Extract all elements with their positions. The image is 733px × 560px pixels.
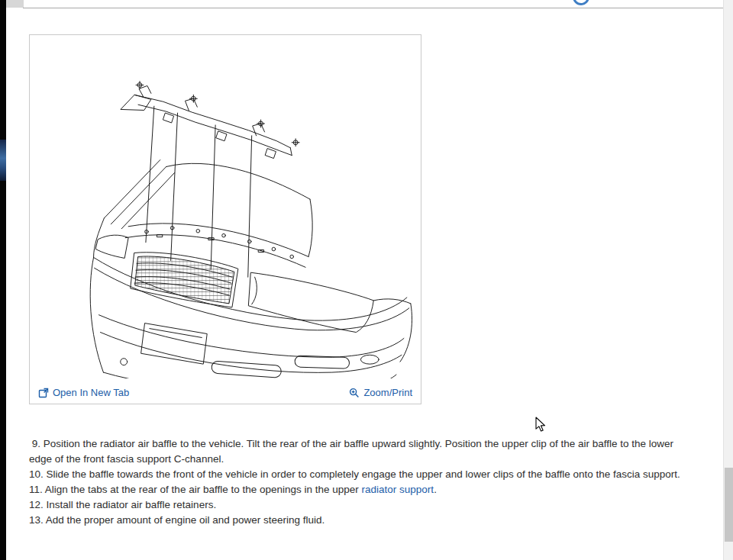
top-left-gray-corner — [6, 0, 24, 8]
open-in-new-tab-link[interactable]: Open In New Tab — [38, 387, 129, 398]
page: { "viewer": { "open_in_new_tab": "Open I… — [0, 0, 733, 560]
mouse-cursor — [535, 417, 547, 432]
left-edge-glow — [0, 140, 6, 181]
clipped-header-icon[interactable] — [573, 0, 589, 5]
step-9: 9. Position the radiator air baffle to t… — [29, 436, 687, 467]
open-in-new-tab-label: Open In New Tab — [53, 387, 129, 398]
vehicle-diagram — [30, 37, 421, 378]
zoom-print-label: Zoom/Print — [363, 387, 412, 398]
zoom-print-link[interactable]: Zoom/Print — [349, 387, 412, 398]
open-in-new-tab-icon — [38, 388, 49, 398]
step-12: 12. Install the radiator air baffle reta… — [29, 497, 687, 513]
scrollbar-thumb[interactable] — [725, 468, 733, 542]
left-edge-strip — [0, 0, 6, 560]
vertical-scrollbar[interactable] — [723, 0, 733, 560]
zoom-icon — [349, 388, 360, 398]
header-divider — [23, 8, 723, 8]
radiator-support-link[interactable]: radiator support — [362, 484, 434, 495]
viewer-footer: Open In New Tab Zoom/Print — [30, 387, 421, 398]
step-11-period: . — [434, 484, 437, 495]
step-11: 11. Align the tabs at the rear of the ai… — [29, 482, 687, 497]
instruction-steps: 9. Position the radiator air baffle to t… — [29, 436, 687, 528]
step-10: 10. Slide the baffle towards the front o… — [29, 467, 687, 482]
step-11-text: 11. Align the tabs at the rear of the ai… — [29, 484, 362, 495]
diagram-viewer-panel: Open In New Tab Zoom/Print — [29, 34, 421, 404]
step-13: 13. Add the proper amount of engine oil … — [29, 513, 687, 528]
clipped-header-icon-wrap — [571, 0, 594, 11]
